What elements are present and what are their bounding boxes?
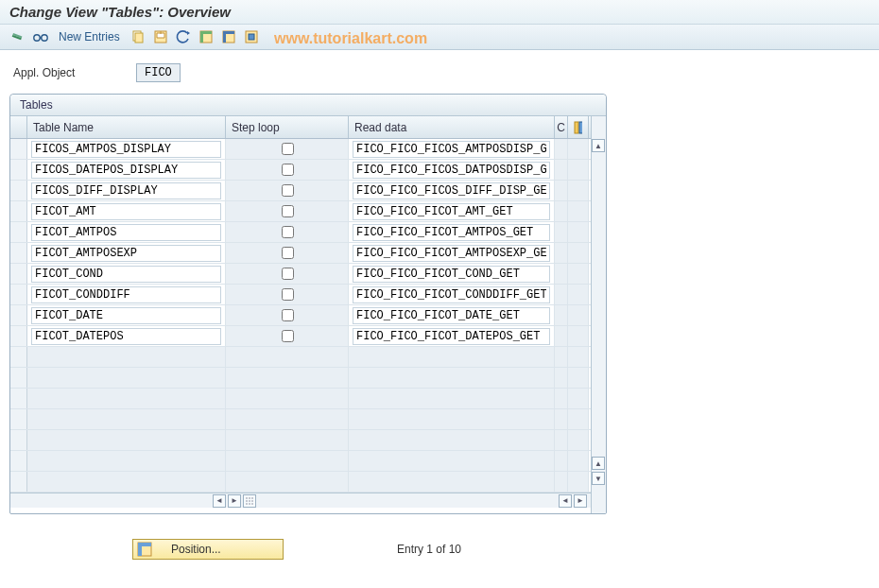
glasses-icon[interactable] <box>32 28 49 45</box>
cell-table-name[interactable] <box>27 285 226 304</box>
table-name-input[interactable] <box>31 328 221 345</box>
cell-step-loop[interactable] <box>226 181 349 200</box>
read-data-input[interactable] <box>353 328 550 345</box>
cell-table-name[interactable] <box>27 181 226 200</box>
read-data-input[interactable] <box>353 266 550 283</box>
row-selector[interactable] <box>10 201 27 221</box>
step-loop-checkbox[interactable] <box>282 288 294 301</box>
row-selector[interactable] <box>10 326 27 346</box>
row-selector[interactable] <box>10 243 27 263</box>
table-name-input[interactable] <box>31 182 221 199</box>
cell-read-data[interactable] <box>349 181 555 200</box>
cell-table-name[interactable] <box>27 305 226 325</box>
col-table-name[interactable]: Table Name <box>27 116 226 138</box>
cell-step-loop[interactable] <box>226 285 349 304</box>
cell-read-data[interactable] <box>349 139 555 159</box>
step-loop-checkbox[interactable] <box>282 247 294 259</box>
cell-table-name[interactable] <box>27 160 226 180</box>
cell-step-loop[interactable] <box>226 222 349 242</box>
step-loop-checkbox[interactable] <box>282 205 294 217</box>
read-data-input[interactable] <box>353 203 550 220</box>
read-data-input[interactable] <box>353 141 550 158</box>
cell-table-name[interactable] <box>27 222 226 242</box>
hscroll-left-icon[interactable]: ◄ <box>213 494 226 508</box>
cell-table-name[interactable] <box>27 201 226 221</box>
step-loop-checkbox[interactable] <box>282 184 294 197</box>
read-data-input[interactable] <box>353 286 550 303</box>
cell-table-name[interactable] <box>27 243 226 263</box>
row-selector[interactable] <box>10 409 27 429</box>
table-name-input[interactable] <box>31 224 221 241</box>
col-step-loop[interactable]: Step loop <box>226 116 349 138</box>
expand-icon[interactable] <box>9 28 26 45</box>
cell-read-data[interactable] <box>349 160 555 180</box>
cell-step-loop[interactable] <box>226 305 349 325</box>
step-loop-checkbox[interactable] <box>282 226 294 238</box>
table-name-input[interactable] <box>31 203 221 220</box>
row-selector[interactable] <box>10 160 27 180</box>
row-selector[interactable] <box>10 368 27 388</box>
hscroll-right2-icon[interactable]: ► <box>574 494 587 508</box>
row-selector[interactable] <box>10 347 27 367</box>
table-name-input[interactable] <box>31 266 221 283</box>
cell-read-data[interactable] <box>349 326 555 346</box>
table-name-input[interactable] <box>31 141 221 158</box>
row-selector[interactable] <box>10 389 27 408</box>
hscroll-grip-icon[interactable] <box>243 494 256 508</box>
cell-read-data[interactable] <box>349 305 555 325</box>
row-selector[interactable] <box>10 451 27 471</box>
step-loop-checkbox[interactable] <box>282 268 294 280</box>
row-selector[interactable] <box>10 264 27 284</box>
step-loop-checkbox[interactable] <box>282 164 294 176</box>
step-loop-checkbox[interactable] <box>282 309 294 321</box>
cell-step-loop[interactable] <box>226 264 349 284</box>
cell-table-name[interactable] <box>27 139 226 159</box>
col-c[interactable]: C <box>555 116 568 138</box>
row-selector[interactable] <box>10 305 27 325</box>
cell-step-loop[interactable] <box>226 243 349 263</box>
step-loop-checkbox[interactable] <box>282 330 294 342</box>
row-selector[interactable] <box>10 285 27 304</box>
row-selector[interactable] <box>10 430 27 450</box>
hscroll-left2-icon[interactable]: ◄ <box>559 494 572 508</box>
table-name-input[interactable] <box>31 162 221 179</box>
configure-columns-icon[interactable] <box>568 116 589 138</box>
save-variant-icon[interactable] <box>152 28 169 45</box>
read-data-input[interactable] <box>353 307 550 324</box>
table-name-input[interactable] <box>31 245 221 262</box>
read-data-input[interactable] <box>353 245 550 262</box>
row-selector[interactable] <box>10 472 27 492</box>
table-name-input[interactable] <box>31 307 221 324</box>
read-data-input[interactable] <box>353 182 550 199</box>
hscroll-right-icon[interactable]: ► <box>228 494 241 508</box>
horizontal-scrollbar[interactable]: ◄ ► ◄ ► <box>10 493 591 508</box>
cell-table-name[interactable] <box>27 264 226 284</box>
cell-read-data[interactable] <box>349 201 555 221</box>
new-entries-button[interactable]: New Entries <box>59 30 120 43</box>
cell-step-loop[interactable] <box>226 160 349 180</box>
cell-step-loop[interactable] <box>226 139 349 159</box>
step-loop-checkbox[interactable] <box>282 143 294 155</box>
cell-read-data[interactable] <box>349 243 555 263</box>
cell-step-loop[interactable] <box>226 326 349 346</box>
delimit-icon[interactable] <box>243 28 260 45</box>
vscroll-down-icon[interactable]: ▼ <box>592 472 605 485</box>
row-selector[interactable] <box>10 139 27 159</box>
cell-table-name[interactable] <box>27 326 226 346</box>
read-data-input[interactable] <box>353 162 550 179</box>
deselect-all-icon[interactable] <box>220 28 237 45</box>
copy-icon[interactable] <box>129 28 146 45</box>
vscroll-up2-icon[interactable]: ▲ <box>592 457 605 470</box>
table-name-input[interactable] <box>31 286 221 303</box>
vertical-scrollbar[interactable]: ▲ ▲ ▼ <box>591 116 606 513</box>
cell-read-data[interactable] <box>349 222 555 242</box>
vscroll-up-icon[interactable]: ▲ <box>592 139 605 152</box>
cell-step-loop[interactable] <box>226 201 349 221</box>
read-data-input[interactable] <box>353 224 550 241</box>
cell-read-data[interactable] <box>349 264 555 284</box>
position-button[interactable]: Position... <box>132 539 284 560</box>
row-selector[interactable] <box>10 222 27 242</box>
col-read-data[interactable]: Read data <box>349 116 555 138</box>
cell-read-data[interactable] <box>349 285 555 304</box>
select-all-icon[interactable] <box>198 28 215 45</box>
